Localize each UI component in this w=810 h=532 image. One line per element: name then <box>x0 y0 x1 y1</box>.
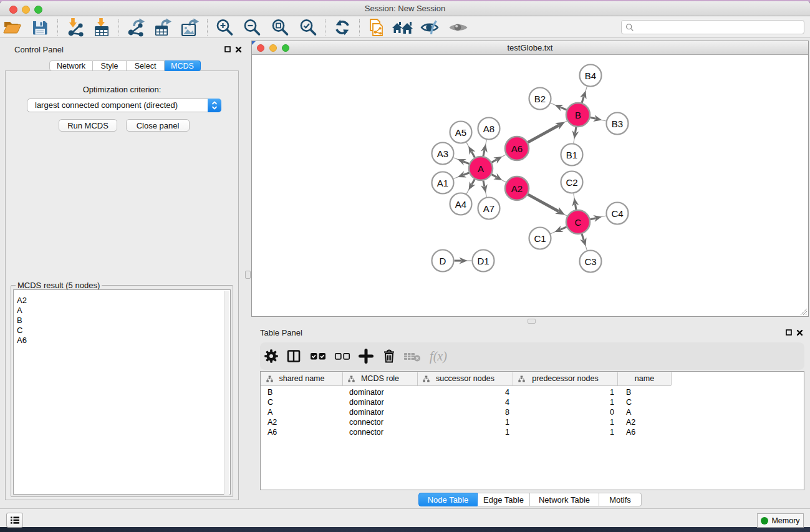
export-image-button[interactable] <box>178 18 201 37</box>
open-session-button[interactable] <box>1 18 24 37</box>
graph-node-D1[interactable]: D1 <box>473 250 494 272</box>
graph-node-A6[interactable]: A6 <box>505 137 529 160</box>
column-header-name[interactable]: name <box>618 372 672 385</box>
graph-edge-B-B2[interactable] <box>551 103 567 111</box>
network-close-traffic-light[interactable] <box>257 44 264 52</box>
table-deselect-all-button[interactable] <box>332 346 353 367</box>
table-row-A6[interactable]: A6connector11A6 <box>261 427 804 437</box>
table-select-all-button[interactable] <box>307 346 329 367</box>
graph-node-C2[interactable]: C2 <box>561 172 583 193</box>
table-split-button[interactable] <box>283 346 304 367</box>
table-cell[interactable]: B <box>262 387 344 397</box>
first-neighbors-button[interactable] <box>364 18 388 37</box>
show-panels-button[interactable] <box>6 513 23 528</box>
graph-edge-C-C2[interactable] <box>572 193 579 210</box>
graph-node-A[interactable]: A <box>469 157 493 180</box>
graph-node-A4[interactable]: A4 <box>450 193 472 215</box>
graph-edge-D-D1[interactable] <box>455 258 472 264</box>
graph-edge-A-A6[interactable] <box>492 155 506 163</box>
graph-node-D[interactable]: D <box>432 250 454 272</box>
table-row-C[interactable]: Cdominator41C <box>261 397 804 407</box>
graph-edge-C-C3[interactable] <box>580 234 587 250</box>
minimize-traffic-light[interactable] <box>22 6 30 14</box>
graph-edge-A6-B[interactable] <box>528 121 567 143</box>
table-cell[interactable]: 1 <box>418 417 514 427</box>
column-header-shared-name[interactable]: shared name <box>261 372 343 385</box>
graph-node-C4[interactable]: C4 <box>607 203 629 225</box>
column-header-predecessor-nodes[interactable]: predecessor nodes <box>513 372 618 385</box>
table-cell[interactable]: dominator <box>344 397 418 407</box>
vertical-splitter-handle[interactable] <box>245 271 251 279</box>
zoom-selected-button[interactable] <box>297 18 321 37</box>
table-cell[interactable]: A2 <box>619 417 672 427</box>
cybrowser-button[interactable] <box>390 18 414 37</box>
result-list-item[interactable]: C <box>14 326 230 336</box>
run-mcds-button[interactable]: Run MCDS <box>59 119 117 132</box>
table-panel-close-button[interactable] <box>795 328 804 337</box>
zoom-in-button[interactable] <box>213 18 237 37</box>
result-list-item[interactable]: A2 <box>14 296 230 306</box>
close-panel-button[interactable]: Close panel <box>126 119 190 132</box>
table-delete-button[interactable] <box>378 346 400 367</box>
graph-edge-A-A4[interactable] <box>466 179 476 193</box>
export-network-button[interactable] <box>124 18 148 37</box>
result-list-item[interactable]: B <box>14 316 230 326</box>
table-add-column-button[interactable] <box>355 346 377 367</box>
table-cell[interactable]: 1 <box>514 397 619 407</box>
graph-node-A3[interactable]: A3 <box>432 143 454 165</box>
table-cell[interactable]: 0 <box>514 407 619 417</box>
table-cell[interactable]: C <box>262 397 344 407</box>
refresh-button[interactable] <box>330 18 354 37</box>
table-tab-edge-table[interactable]: Edge Table <box>478 493 530 506</box>
table-cell[interactable]: 1 <box>418 427 514 437</box>
show-all-button[interactable] <box>446 18 470 37</box>
table-cell[interactable]: A6 <box>262 427 344 437</box>
control-tab-network[interactable]: Network <box>49 60 93 71</box>
graph-node-A2[interactable]: A2 <box>505 177 529 200</box>
graph-node-B[interactable]: B <box>566 103 590 127</box>
graph-edge-A2-C[interactable] <box>528 195 567 216</box>
table-cell[interactable]: 1 <box>514 417 619 427</box>
network-zoom-traffic-light[interactable] <box>282 44 289 52</box>
memory-button[interactable]: Memory <box>757 513 804 528</box>
table-row-A[interactable]: Adominator80A <box>261 407 804 417</box>
graph-node-B4[interactable]: B4 <box>580 65 602 87</box>
save-session-button[interactable] <box>28 18 52 37</box>
table-cell[interactable]: A <box>262 407 344 417</box>
graph-edge-B-B1[interactable] <box>572 127 579 143</box>
result-list-scrollbar[interactable] <box>224 291 229 495</box>
graph-node-A5[interactable]: A5 <box>450 122 472 143</box>
table-cell[interactable]: 1 <box>514 427 619 437</box>
table-cell[interactable]: dominator <box>344 407 418 417</box>
control-tab-select[interactable]: Select <box>127 60 165 71</box>
horizontal-splitter-handle[interactable] <box>528 319 536 324</box>
graph-edge-A-A7[interactable] <box>481 181 488 197</box>
table-delete-table-button[interactable] <box>402 346 423 367</box>
control-panel-float-button[interactable] <box>223 45 232 54</box>
graph-edge-B-B3[interactable] <box>591 115 606 122</box>
table-cell[interactable]: 1 <box>514 387 619 397</box>
table-function-builder-button[interactable]: f(x) <box>425 346 452 367</box>
table-cell[interactable]: connector <box>344 417 418 427</box>
zoom-traffic-light[interactable] <box>34 6 42 14</box>
graph-edge-A-A2[interactable] <box>492 173 506 182</box>
graph-node-C3[interactable]: C3 <box>580 251 602 273</box>
table-cell[interactable]: 4 <box>418 387 514 397</box>
search-input[interactable] <box>637 21 804 33</box>
graph-edge-A-A1[interactable] <box>453 171 469 178</box>
table-tab-network-table[interactable]: Network Table <box>530 493 599 506</box>
control-panel-close-button[interactable] <box>234 45 243 54</box>
table-cell[interactable]: 4 <box>418 397 514 407</box>
table-tab-motifs[interactable]: Motifs <box>599 493 642 506</box>
graph-node-B1[interactable]: B1 <box>561 144 583 166</box>
column-header-successor-nodes[interactable]: successor nodes <box>418 372 513 385</box>
table-tab-node-table[interactable]: Node Table <box>418 493 478 506</box>
export-table-button[interactable] <box>151 18 175 37</box>
graph-node-A1[interactable]: A1 <box>432 172 454 194</box>
table-cell[interactable]: dominator <box>344 387 418 397</box>
table-cell[interactable]: A6 <box>619 427 672 437</box>
graph-edge-A-A8[interactable] <box>481 140 488 156</box>
result-list-item[interactable]: A <box>14 306 230 316</box>
zoom-fit-button[interactable] <box>269 18 292 37</box>
graph-edge-A-A3[interactable] <box>453 158 469 165</box>
